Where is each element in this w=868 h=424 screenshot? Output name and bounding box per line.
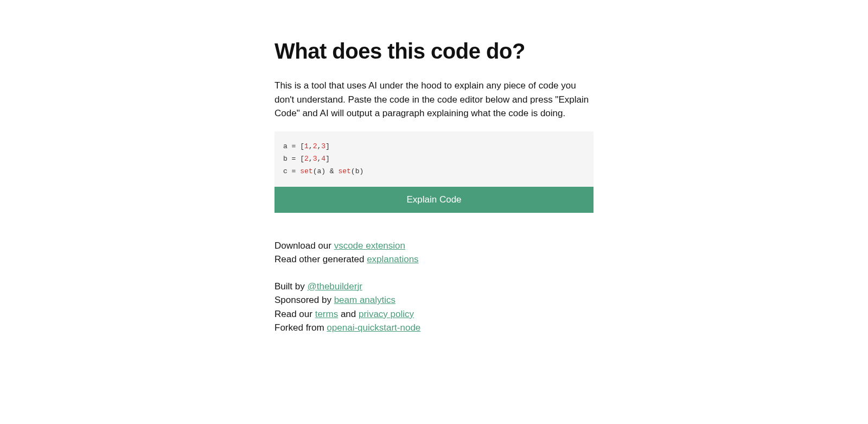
code-op: = [292,155,301,163]
read-our-prefix: Read our [275,309,315,319]
code-paren: (a) [313,167,330,175]
code-comma: , [309,142,313,150]
download-line: Download our vscode extension [275,239,593,253]
code-op: = [292,142,301,150]
code-bracket: [ [300,142,304,150]
code-num: 3 [321,142,326,150]
read-prefix: Read other generated [275,254,367,264]
code-bracket: [ [300,155,304,163]
openai-link[interactable]: openai-quickstart-node [327,322,420,333]
code-comma: , [309,155,313,163]
code-var: c [283,167,292,175]
main-container: What does this code do? This is a tool t… [275,0,593,335]
privacy-policy-link[interactable]: privacy policy [359,309,414,319]
code-num: 4 [321,155,326,163]
code-op: & [330,167,339,175]
read-line: Read other generated explanations [275,252,593,267]
code-num: 1 [304,142,309,150]
and-text: and [338,309,359,319]
forked-line: Forked from openai-quickstart-node [275,321,593,335]
built-prefix: Built by [275,281,307,292]
download-prefix: Download our [275,241,334,251]
page-title: What does this code do? [275,39,593,64]
sponsored-prefix: Sponsored by [275,295,334,305]
terms-link[interactable]: terms [315,309,339,319]
credits-group: Built by @thebuilderjr Sponsored by beam… [275,280,593,335]
code-paren: (b) [351,167,363,175]
built-line: Built by @thebuilderjr [275,280,593,294]
beam-analytics-link[interactable]: beam analytics [334,295,395,305]
code-bracket: ] [326,142,330,150]
code-num: 2 [304,155,309,163]
code-var: a [283,142,292,150]
terms-line: Read our terms and privacy policy [275,307,593,321]
code-op: = [292,167,301,175]
explanations-link[interactable]: explanations [367,254,418,264]
code-func: set [338,167,350,175]
code-bracket: ] [326,155,330,163]
vscode-extension-link[interactable]: vscode extension [334,241,405,251]
builder-link[interactable]: @thebuilderjr [307,281,362,292]
code-editor[interactable]: a = [1,2,3] b = [2,3,4] c = set(a) & set… [275,131,593,187]
sponsored-line: Sponsored by beam analytics [275,293,593,307]
explain-code-button[interactable]: Explain Code [275,187,593,213]
forked-prefix: Forked from [275,322,327,333]
links-section: Download our vscode extension Read other… [275,239,593,335]
code-var: b [283,155,292,163]
code-func: set [300,167,312,175]
description-text: This is a tool that uses AI under the ho… [275,79,593,121]
